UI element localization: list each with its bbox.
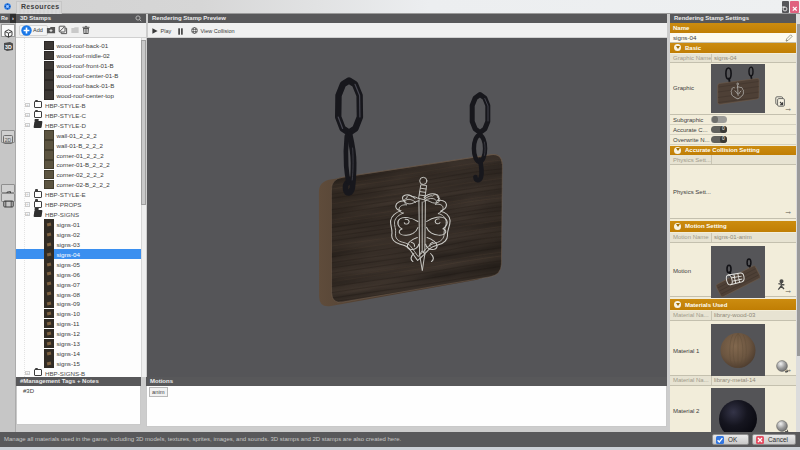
- svg-text:3D: 3D: [5, 43, 12, 49]
- svg-text:2D: 2D: [5, 136, 12, 142]
